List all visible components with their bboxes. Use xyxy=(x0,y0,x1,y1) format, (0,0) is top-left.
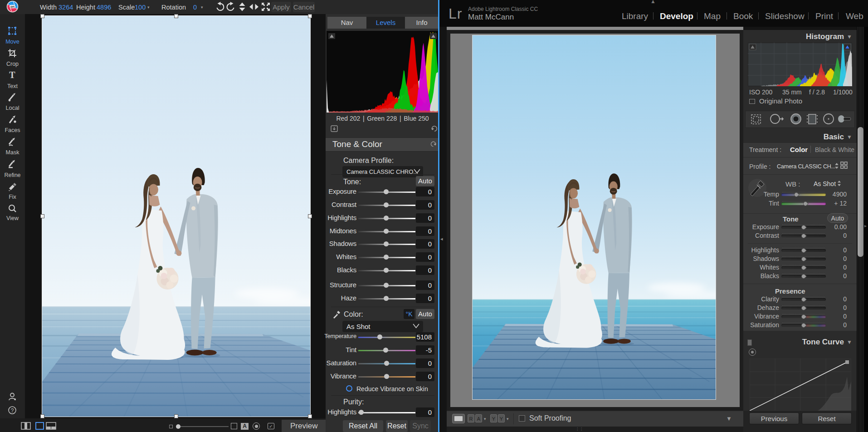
svg-text:?: ? xyxy=(11,407,14,414)
svg-text:on: on xyxy=(10,5,15,9)
svg-text:T: T xyxy=(9,70,15,79)
